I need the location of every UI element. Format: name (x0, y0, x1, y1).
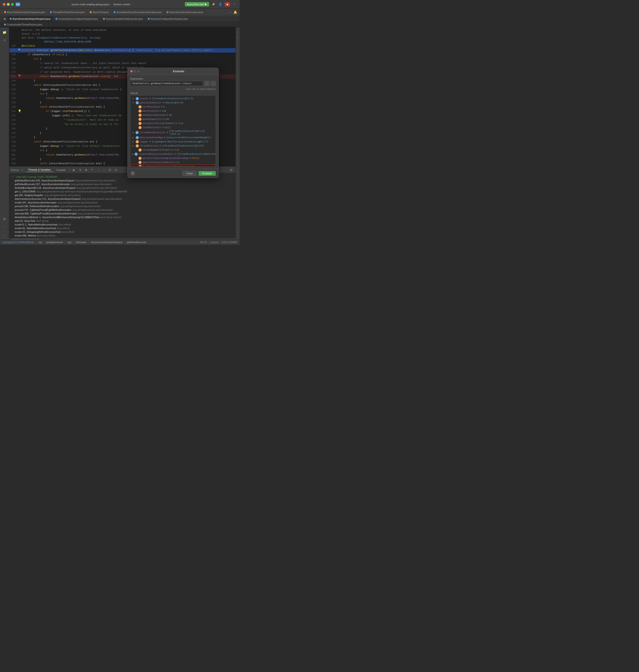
tree-item-rejected-handler[interactable]: ▶ ∞ rejectedExecutionHandler = {ThreadPo… (130, 152, 216, 156)
debug-expand-button[interactable]: ⊞ (229, 167, 234, 173)
indent-spaces: 4 spaces (209, 241, 219, 243)
debug-pause-button[interactable]: ⏸ (78, 167, 83, 173)
dialog-min-light[interactable] (134, 70, 136, 73)
stack-frame-2[interactable]: lambda$configure$2:119, AsyncExecutionAs… (9, 186, 235, 190)
stack-frame-0[interactable]: getDefaultExecutor:233, AsyncExecutionAs… (9, 179, 235, 182)
tab-async-test[interactable]: AsyncTest.java (88, 9, 111, 15)
file-icon (103, 18, 105, 20)
evaluate-button[interactable]: Evaluate (199, 171, 216, 176)
debug-tab-threads[interactable]: Threads & Variables (26, 168, 53, 172)
breadcrumb-aop[interactable]: aop (67, 241, 72, 243)
stack-frame-5[interactable]: determineAsyncExecutor:172, AsyncExecuti… (9, 197, 235, 201)
profile-button[interactable]: 👤 (218, 2, 223, 7)
stack-frame-14[interactable]: invoke:43, DelegatingMethodAccessorImpl … (9, 230, 235, 234)
debug-stop-button[interactable]: ■ (83, 167, 89, 173)
debug-step-out-button[interactable]: ↑ (102, 167, 107, 173)
tab-annotation-async[interactable]: AnnotationAsyncExecutionInterceptor.java (111, 9, 164, 15)
tree-item-result[interactable]: ▼ ∞ result = {ThreadPoolTaskExecutor@717… (130, 97, 216, 101)
maximize-button[interactable] (11, 3, 14, 6)
debug-step-over-button[interactable]: ↷ (90, 167, 95, 173)
tree-item-wait-for-tasks[interactable]: i waitForTasksToCompleteOnShutdown = fal… (130, 156, 216, 160)
debug-settings-button[interactable]: ⊘ (113, 167, 119, 173)
expand-button[interactable]: ⤢ (204, 81, 209, 86)
more-button[interactable]: ⋯ (232, 2, 237, 7)
tree-item-thread-factory[interactable]: ▶ i threadFactory = {ThreadPoolTaskExecu… (130, 144, 216, 148)
tab-async-execution-aspect-support[interactable]: AsyncExecutionAspectSupport.java (7, 16, 53, 22)
tab-async-task-execution-properties[interactable]: AsyncTaskExecutionProperties.java (2, 9, 47, 15)
tab-async-execution-interceptor[interactable]: AsyncExecutionInterceptor.java (164, 9, 205, 15)
sidebar-icon-settings[interactable]: ⚙ (1, 216, 8, 222)
tab-async-listenable[interactable]: AsyncListenableTaskExecutor.java (101, 16, 145, 22)
tree-item-max-pool-size[interactable]: i maxPoolSize = 128 (130, 109, 216, 113)
expression-label: Expression: (130, 77, 216, 80)
thread-status: "main"@1 in group "main": RUNNING (15, 175, 58, 178)
breadcrumb-method[interactable]: getDefaultExecutor (127, 241, 146, 243)
tree-item-thread-name-prefix-set[interactable]: i threadNamePrefixSet = true (130, 148, 216, 152)
close-dialog-button[interactable]: Close (183, 171, 197, 176)
breadcrumb-class[interactable]: AsyncExecutionAspectSupport (91, 241, 123, 243)
stack-frame-10[interactable]: thisIsAnAsyncMethod:-1, AsyncService$$En… (9, 215, 235, 219)
breadcrumb-springframework[interactable]: springframework (46, 241, 63, 243)
result-tree[interactable]: ▼ ∞ result = {ThreadPoolTaskExecutor@717… (130, 95, 216, 166)
dropdown-button[interactable]: ⌄ (211, 81, 216, 86)
stack-frame-1[interactable]: getDefaultExecutor:157, AsyncExecutionIn… (9, 182, 235, 186)
tab-label: ThreadPoolTaskExecutor.java (53, 11, 85, 14)
sidebar-icon-arrow-down[interactable]: ↓ (1, 231, 8, 238)
dialog-max-light[interactable] (137, 70, 140, 73)
result-label: Result: (130, 92, 216, 95)
debug-step-into-button[interactable]: ↓ (95, 167, 100, 173)
tree-item-core-pool-size[interactable]: i corePoolSize = 8 (130, 105, 216, 109)
stack-frame-3[interactable]: get:-1, 1061018585 (org.springframework.… (9, 190, 235, 193)
toolbar-right: AsyncTest.start ▶ ⚡ 👤 ■ ⋯ (185, 2, 237, 7)
minimize-button[interactable] (7, 3, 10, 6)
debug-evaluate-button[interactable]: ⚙ (107, 167, 112, 173)
tree-item-await-termination[interactable]: i awaitTerminationMillis = 0 (130, 160, 216, 164)
tree-item-queue-capacity[interactable]: i queueCapacity = 128 (130, 117, 216, 121)
sidebar-icon-arrow-up[interactable]: ↑ (1, 224, 8, 230)
run-button[interactable]: AsyncTest.start ▶ (185, 2, 209, 6)
dialog-traffic-lights (130, 70, 140, 73)
stack-frame-4[interactable]: get:100, SingletonSupplier (org.springfr… (9, 193, 235, 197)
tree-item-allow-core-thread[interactable]: i allowCoreThreadTimeOut = true (130, 121, 216, 126)
tab-customizable-thread-factory[interactable]: CustomizableThreadFactory.java (2, 22, 44, 27)
tree-item-logger[interactable]: ▶ ω logger = {LogAdapter$Slf4jLocationAw… (130, 140, 216, 144)
stack-frame-8[interactable]: proceed:747, CglibAopProxy$CglibMethodIn… (9, 208, 235, 212)
tabs-more-button[interactable]: ⋯ (227, 10, 232, 15)
debug-resume-button[interactable]: ▶ (72, 167, 77, 173)
scroll-thumb[interactable] (12, 239, 40, 239)
stop-button[interactable]: ■ (225, 2, 230, 6)
line-code-226: @Nullable (21, 44, 235, 48)
tab-thread-pool-task-executor[interactable]: ThreadPoolTaskExecutor.java (48, 9, 87, 15)
sidebar-icon-files[interactable]: 📁 (1, 29, 8, 35)
close-button[interactable] (3, 3, 5, 6)
help-button[interactable]: ? (130, 171, 135, 176)
back-button[interactable]: ◀ (2, 16, 7, 21)
stack-frame-13[interactable]: invoke:62, NativeMethodAccessorImpl (sun… (9, 226, 235, 230)
tree-item-decorated-task-map[interactable]: ▶ ∞ decoratedTaskMap = {ConcurrentRefere… (130, 135, 216, 140)
dialog-close-light[interactable] (130, 70, 133, 73)
threads-panel[interactable]: ✓ "main"@1 in group "main": RUNNING getD… (9, 173, 235, 238)
sidebar-icon-structure[interactable]: ≡ (1, 37, 8, 43)
stack-frame-9[interactable]: intercept:689, CglibAopProxy$DynamicAdvi… (9, 212, 235, 215)
tree-item-thread-pool-executor[interactable]: ▶ ∞ threadPoolExecutor = {ThreadPoolExec… (130, 130, 216, 135)
notifications-button[interactable]: 🔔 (233, 10, 238, 15)
tree-item-keep-alive[interactable]: i keepAliveSeconds = 60 (130, 113, 216, 117)
stack-frame-12[interactable]: invoke:0:-1, NativeMethodAccessorImpl (s… (9, 223, 235, 226)
tree-item-task-decorator[interactable]: i taskDecorator = null (130, 126, 216, 130)
breakpoint-indicator[interactable] (18, 74, 21, 77)
debug-tab-console[interactable]: Console (54, 168, 68, 172)
stack-frame-15[interactable]: invoke:498, Method (java.lang.reflect) (9, 234, 235, 237)
stack-frame-6[interactable]: invoke:107, AsyncExecutionInterceptor (o… (9, 201, 235, 204)
stack-frame-11[interactable]: start:23, AsyncTest (tech.flycat) (9, 219, 235, 223)
tree-item-bean-name[interactable]: ▶ i beanName = "applicationTaskExecutor" (130, 164, 216, 166)
debug-close-button[interactable]: × (20, 167, 25, 173)
stack-frame-7[interactable]: proceed:186, ReflectiveMethodInvocation … (9, 204, 235, 208)
breadcrumb-org[interactable]: org (38, 241, 42, 243)
tab-custom-async-configurer[interactable]: CustomAsyncConfigurerSupport.java (53, 16, 100, 22)
expression-input[interactable] (130, 81, 203, 86)
breadcrumb-interceptor[interactable]: interceptor (76, 241, 87, 243)
breadcrumb-jar[interactable]: spring-aop-5.2.4.RELEASE.jar (3, 241, 34, 243)
tab-executor-config[interactable]: ExecutorConfigurationSupport.java (145, 16, 190, 22)
coverage-button[interactable]: ⚡ (211, 2, 216, 7)
tree-item-pool-size-monitor[interactable]: ▼ ∞ poolSizeMonitor = {Object@7174} (130, 101, 216, 105)
